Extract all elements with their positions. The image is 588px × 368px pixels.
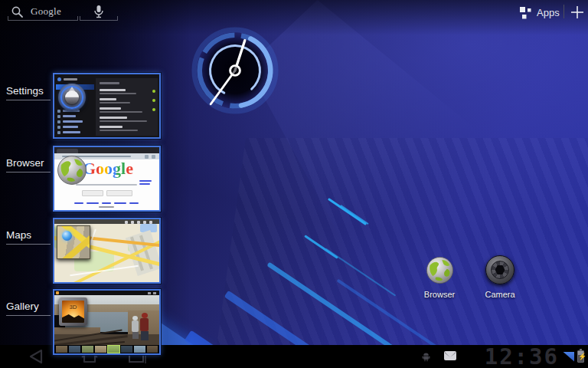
recent-thumbnail-gallery[interactable]: 3D xyxy=(53,289,161,355)
maps-app-icon xyxy=(57,225,90,259)
back-icon xyxy=(23,348,49,365)
gallery-app-icon: 3D xyxy=(59,297,87,326)
plus-icon xyxy=(570,5,584,19)
recent-thumbnail-settings[interactable] xyxy=(53,73,161,139)
recent-thumbnail-browser[interactable]: Google xyxy=(53,146,161,212)
status-cluster[interactable]: 12:36 ⚡ xyxy=(479,345,586,368)
gallery-icon-3d-badge: 3D xyxy=(62,304,84,310)
wallpaper-beam xyxy=(266,262,396,352)
analog-clock-widget[interactable] xyxy=(190,25,280,116)
wallpaper-streak xyxy=(304,235,338,259)
android-notification-icon[interactable] xyxy=(421,352,431,362)
header-divider xyxy=(564,5,564,18)
recent-thumbnail-maps[interactable] xyxy=(53,218,161,284)
shortcut-camera[interactable]: Camera xyxy=(475,255,524,299)
wallpaper-streak xyxy=(325,248,396,296)
signal-icon xyxy=(563,352,574,362)
shortcut-camera-label: Camera xyxy=(475,290,524,299)
shortcut-browser[interactable]: Browser xyxy=(415,256,464,299)
recent-label-gallery: Gallery xyxy=(6,301,51,316)
wallpaper-streak xyxy=(340,205,369,225)
recent-label-browser: Browser xyxy=(6,157,51,172)
wallpaper-streak xyxy=(328,198,367,225)
recent-label-settings: Settings xyxy=(6,85,51,100)
status-clock: 12:36 xyxy=(485,345,559,368)
shortcut-browser-label: Browser xyxy=(415,290,464,299)
clock-face xyxy=(190,25,280,116)
voice-search-button[interactable] xyxy=(80,3,118,21)
browser-app-icon xyxy=(57,155,87,189)
apps-label: Apps xyxy=(537,7,560,18)
camera-icon xyxy=(485,255,514,284)
battery-charging-icon: ⚡ xyxy=(577,350,584,363)
search-icon xyxy=(11,5,24,18)
settings-app-icon xyxy=(58,84,86,111)
apps-button[interactable]: Apps xyxy=(519,4,560,21)
home-screen: Google Apps xyxy=(0,0,588,368)
add-widget-button[interactable] xyxy=(569,4,586,21)
recent-label-maps: Maps xyxy=(6,229,51,245)
browser-preview-google-logo: Google xyxy=(83,159,133,179)
google-search-widget[interactable]: Google xyxy=(8,3,78,21)
wallpaper-ribbing xyxy=(214,138,588,368)
browser-globe-icon xyxy=(426,256,454,288)
apps-grid-icon xyxy=(519,6,532,19)
clock-center xyxy=(230,66,240,76)
email-notification-icon[interactable] xyxy=(444,351,456,360)
microphone-icon xyxy=(93,5,104,19)
back-button[interactable] xyxy=(23,348,49,365)
search-label: Google xyxy=(31,5,61,18)
